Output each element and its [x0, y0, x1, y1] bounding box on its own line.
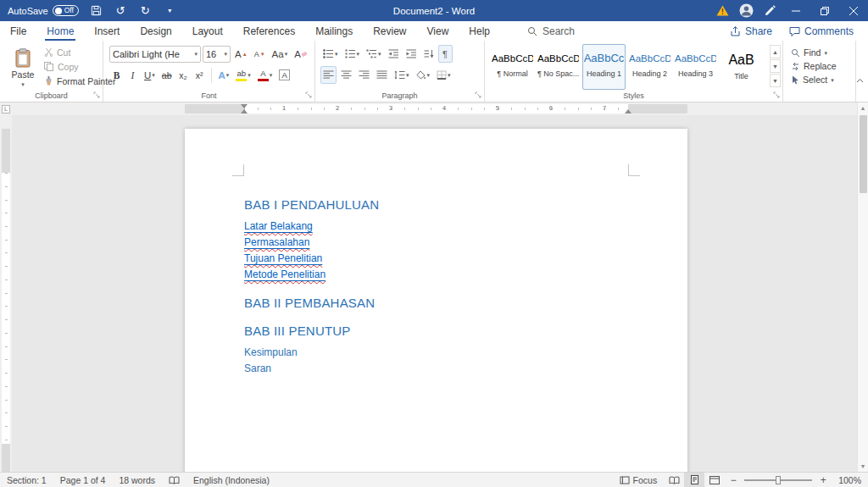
paragraph-dialog-launcher[interactable]: [475, 91, 481, 98]
superscript-button[interactable]: x²: [192, 66, 207, 84]
page[interactable]: BAB I PENDAHULUAN Latar Belakang Permasa…: [185, 129, 687, 472]
comments-button[interactable]: Comments: [782, 24, 861, 39]
alert-button[interactable]: [710, 0, 734, 21]
tab-review[interactable]: Review: [363, 21, 416, 41]
tab-help[interactable]: Help: [459, 21, 500, 41]
language-indicator[interactable]: English (Indonesia): [186, 473, 276, 487]
doc-link-latar-belakang[interactable]: Latar Belakang: [244, 220, 313, 232]
proofing-status-button[interactable]: [162, 473, 186, 487]
scroll-down-button[interactable]: ▼: [858, 461, 868, 472]
doc-heading-bab2[interactable]: BAB II PEMBAHASAN: [244, 295, 630, 312]
redo-button[interactable]: ↻: [138, 3, 153, 18]
vertical-ruler[interactable]: [0, 115, 12, 472]
customize-quick-access-button[interactable]: ▾: [163, 3, 177, 18]
doc-heading-bab3[interactable]: BAB III PENUTUP: [244, 323, 630, 340]
borders-button[interactable]: ▾: [434, 66, 453, 84]
line-spacing-button[interactable]: ▾: [392, 66, 412, 84]
clipboard-dialog-launcher[interactable]: [93, 91, 100, 98]
search-box[interactable]: Search: [527, 25, 575, 37]
font-size-combobox[interactable]: 16▾: [203, 46, 231, 63]
page-indicator[interactable]: Page 1 of 4: [53, 473, 113, 487]
vertical-scrollbar[interactable]: ▲ ▼: [857, 102, 868, 472]
styles-dialog-launcher[interactable]: [773, 91, 780, 98]
doc-link-tujuan-penelitian[interactable]: Tujuan Penelitian: [244, 252, 322, 264]
select-button[interactable]: Select▾: [791, 73, 852, 86]
scroll-up-button[interactable]: ▲: [858, 102, 868, 113]
doc-line-kesimpulan[interactable]: Kesimpulan: [244, 345, 630, 361]
show-marks-button[interactable]: ¶: [438, 45, 453, 63]
font-color-button[interactable]: A▾: [255, 66, 275, 84]
tab-selector[interactable]: L: [2, 105, 10, 113]
font-dialog-launcher[interactable]: [305, 91, 312, 98]
zoom-level[interactable]: 100%: [832, 473, 868, 487]
zoom-in-button[interactable]: +: [818, 474, 828, 486]
close-button[interactable]: [839, 0, 868, 21]
tab-home[interactable]: Home: [36, 21, 84, 41]
italic-button[interactable]: I: [125, 66, 140, 84]
doc-line-saran[interactable]: Saran: [244, 361, 630, 377]
doc-link-metode-penelitian[interactable]: Metode Penelitian: [244, 268, 326, 280]
autosave-toggle[interactable]: AutoSave Off: [8, 5, 79, 16]
account-avatar[interactable]: [734, 0, 758, 21]
bullets-button[interactable]: ▾: [320, 45, 341, 63]
zoom-out-button[interactable]: −: [728, 474, 738, 486]
text-effects-button[interactable]: A▾: [216, 66, 232, 84]
ink-editor-button[interactable]: [758, 0, 782, 21]
style-card-heading3[interactable]: AaBbCcDHeading 3: [674, 44, 717, 90]
align-right-button[interactable]: [356, 66, 372, 84]
grow-font-button[interactable]: A▲: [232, 45, 250, 63]
save-button[interactable]: [89, 3, 103, 18]
change-case-button[interactable]: Aa▾: [270, 45, 291, 63]
tab-insert[interactable]: Insert: [84, 21, 130, 41]
style-card-heading1[interactable]: AaBbCcHeading 1: [582, 44, 626, 90]
font-name-combobox[interactable]: Calibri Light (He▾: [109, 46, 201, 63]
print-layout-button[interactable]: [684, 473, 704, 487]
style-card-no-spacing[interactable]: AaBbCcDc¶ No Spac...: [537, 44, 580, 90]
section-indicator[interactable]: Section: 1: [0, 473, 53, 487]
align-center-button[interactable]: [338, 66, 354, 84]
style-card-normal[interactable]: AaBbCcDc¶ Normal: [491, 44, 534, 90]
justify-button[interactable]: [374, 66, 390, 84]
decrease-indent-button[interactable]: [386, 45, 402, 63]
find-button[interactable]: Find▾: [791, 46, 852, 59]
styles-more-button[interactable]: ▼: [770, 74, 781, 87]
collapse-ribbon-button[interactable]: [856, 78, 864, 83]
first-line-indent-marker[interactable]: [241, 104, 248, 108]
replace-button[interactable]: Replace: [791, 59, 852, 73]
tab-layout[interactable]: Layout: [182, 21, 233, 41]
read-mode-button[interactable]: [664, 473, 684, 487]
focus-button[interactable]: Focus: [613, 473, 665, 487]
right-indent-marker[interactable]: [625, 109, 632, 113]
word-count[interactable]: 18 words: [112, 473, 162, 487]
sort-button[interactable]: [421, 45, 437, 63]
underline-button[interactable]: U▾: [142, 66, 158, 84]
restore-button[interactable]: [810, 0, 839, 21]
zoom-slider-thumb[interactable]: [776, 476, 781, 484]
subscript-button[interactable]: x₂: [176, 66, 191, 84]
styles-scroll-down-button[interactable]: ▼: [770, 59, 781, 73]
bold-button[interactable]: B: [109, 66, 124, 84]
tab-references[interactable]: References: [233, 21, 305, 41]
doc-heading-bab1[interactable]: BAB I PENDAHULUAN: [244, 196, 630, 213]
paste-button[interactable]: Paste ▾: [6, 45, 40, 90]
increase-indent-button[interactable]: [403, 45, 420, 63]
hanging-indent-marker[interactable]: [241, 109, 248, 113]
doc-link-permasalahan[interactable]: Permasalahan: [244, 236, 309, 248]
shading-button[interactable]: ▾: [414, 66, 433, 84]
character-border-button[interactable]: A: [276, 66, 292, 84]
styles-scroll-up-button[interactable]: ▲: [770, 45, 781, 58]
share-button[interactable]: Share: [722, 24, 780, 39]
multilevel-list-button[interactable]: ▾: [364, 45, 384, 63]
style-card-title[interactable]: AaBTitle: [720, 44, 763, 90]
numbering-button[interactable]: ▾: [342, 45, 363, 63]
horizontal-ruler[interactable]: 1 2 3 4 5 6 7: [12, 102, 857, 115]
tab-file[interactable]: File: [0, 21, 36, 41]
web-layout-button[interactable]: [704, 473, 725, 487]
tab-view[interactable]: View: [417, 21, 459, 41]
minimize-button[interactable]: [782, 0, 810, 21]
clear-formatting-button[interactable]: A: [292, 45, 309, 63]
document-area[interactable]: BAB I PENDAHULUAN Latar Belakang Permasa…: [12, 115, 857, 472]
tab-mailings[interactable]: Mailings: [305, 21, 363, 41]
tab-design[interactable]: Design: [130, 21, 181, 41]
strikethrough-button[interactable]: ab: [159, 66, 175, 84]
